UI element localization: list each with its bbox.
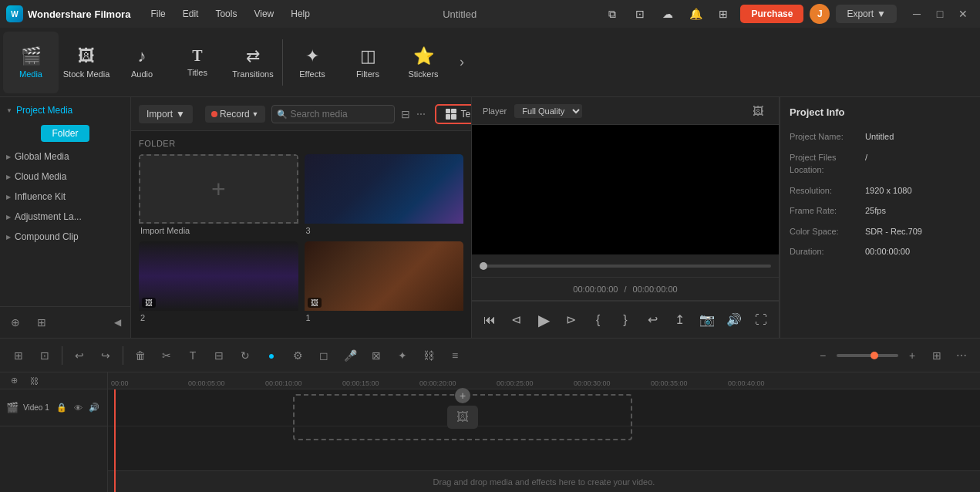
menu-edit[interactable]: Edit [175,5,207,22]
add-track-button[interactable]: ⊕ [6,373,22,389]
play-button[interactable]: ▶ [534,309,554,331]
timeline-detach-icon[interactable]: ⊠ [365,345,387,366]
timeline-undo-icon[interactable]: ↩ [69,345,90,366]
toolbar-filters[interactable]: ◫ Filters [340,32,396,93]
timeline-scissors-icon[interactable]: ✂ [156,345,177,366]
snapshot-icon[interactable]: 📷 [697,309,716,331]
search-input[interactable] [271,105,395,123]
media-item-2[interactable]: 🖼 2 [139,241,298,322]
toolbar-effects[interactable]: ✦ Effects [285,32,340,93]
sidebar-item-global-media[interactable]: ▶ Global Media [0,147,130,167]
timeline-track-area: + 🖼 Drag and drop media and effects here… [108,389,980,492]
menu-file[interactable]: File [143,5,173,22]
sidebar-item-project-media[interactable]: ▼ Project Media [0,100,130,120]
toolbar-transitions[interactable]: ⇄ Transitions [225,32,281,93]
track-audio-icon[interactable]: 🔊 [87,401,101,415]
media-item-1[interactable]: 3 [305,154,464,235]
media-item-3[interactable]: 🖼 1 [305,241,464,322]
timeline-mic-icon[interactable]: 🎤 [339,345,361,366]
quality-select[interactable]: Full Quality [514,104,582,118]
chevron-right-icon-2: ▶ [6,174,11,180]
timeline-subtitles-icon[interactable]: ≡ [444,345,466,366]
timeline-settings-icon[interactable]: ⚙ [287,345,308,366]
toolbar-audio[interactable]: ♪ Audio [114,32,170,93]
minimize-window-icon[interactable]: ⧉ [601,3,623,25]
user-avatar[interactable]: J [810,4,830,24]
media-item-import[interactable]: + Import Media [139,154,298,235]
timeline-magnet-icon[interactable]: ⊡ [34,345,56,366]
menu-help[interactable]: Help [283,5,318,22]
drop-text-bar: Drag and drop media and effects here to … [108,470,980,492]
timeline-link-icon[interactable]: ⛓ [418,345,439,366]
timeline-view-icon[interactable]: ⊞ [926,345,948,366]
drop-zone-media-icon: 🖼 [447,406,478,429]
folder-button[interactable]: Folder [41,125,89,142]
ruler-ticks: 00:00 00:00:05:00 00:00:10:00 00:00:15:0… [111,372,977,389]
sort-icon[interactable]: ⋯ [416,103,426,125]
chevron-down-icon: ▼ [6,107,12,114]
filter-icon[interactable]: ⊟ [401,103,410,125]
sidebar-item-influence-kit[interactable]: ▶ Influence Kit [0,187,130,207]
timeline-transform-icon[interactable]: ⊟ [208,345,230,366]
sidebar-grid-icon[interactable]: ⊞ [31,312,52,333]
link-track-icon[interactable]: ⛓ [26,373,42,389]
zoom-out-icon[interactable]: − [812,345,834,366]
minimize-button[interactable]: ─ [906,3,928,25]
step-back-icon[interactable]: ⊲ [507,309,526,331]
screenshot-icon[interactable]: 🖼 [748,101,768,121]
zoom-in-icon[interactable]: + [901,345,923,366]
pip-icon[interactable]: ⊡ [629,3,651,25]
zoom-slider[interactable] [837,354,898,357]
track-lock-icon[interactable]: 🔒 [55,401,69,415]
step-forward-icon[interactable]: ⊳ [561,309,581,331]
track-eye-icon[interactable]: 👁 [71,401,85,415]
audio-icon: ♪ [138,46,146,66]
import-label: Import [146,109,173,120]
volume-icon[interactable]: 🔊 [724,309,743,331]
purchase-button[interactable]: Purchase [740,5,803,23]
menu-tools[interactable]: Tools [207,5,244,22]
toolbar-media[interactable]: 🎬 Media [3,32,59,93]
toolbar-titles[interactable]: T Titles [170,32,225,93]
left-sidebar: ▼ Project Media Folder ▶ Global Media ▶ … [0,97,131,338]
sidebar-item-compound-clip[interactable]: ▶ Compound Clip [0,227,130,247]
preview-seekbar[interactable] [480,265,771,268]
timeline-layout-icon[interactable]: ⊞ [8,345,29,366]
timeline-redo-icon[interactable]: ↪ [95,345,116,366]
video1-lane[interactable]: + 🖼 [108,389,980,426]
sidebar-add-icon[interactable]: ⊕ [5,312,26,333]
notification-icon[interactable]: 🔔 [685,3,706,25]
export-button[interactable]: Export ▼ [836,5,897,23]
timeline-dots-icon[interactable]: ⋯ [951,345,972,366]
timeline-rotate-icon[interactable]: ↻ [234,345,256,366]
titles-icon: T [192,47,202,65]
timeline-ai-icon[interactable]: ✦ [392,345,413,366]
sidebar-item-adjustment-la[interactable]: ▶ Adjustment La... [0,207,130,227]
menu-view[interactable]: View [246,5,281,22]
mark-out-icon[interactable]: } [615,309,635,331]
share-icon[interactable]: ⊞ [712,3,734,25]
sidebar-collapse-button[interactable]: ◀ [109,314,126,331]
return-icon[interactable]: ↩ [643,309,662,331]
fullscreen-icon[interactable]: ⛶ [752,309,771,331]
import-button[interactable]: Import ▼ [139,105,193,123]
menu-bar: File Edit Tools View Help [143,5,318,22]
timeline-delete-icon[interactable]: 🗑 [130,345,151,366]
close-button[interactable]: ✕ [952,3,974,25]
skip-start-icon[interactable]: ⏮ [480,309,499,331]
media-content: FOLDER + Import Media 3 [131,131,471,338]
toolbar-stickers[interactable]: ⭐ Stickers [396,32,451,93]
timeline-mask-icon[interactable]: ◻ [313,345,335,366]
extract-icon[interactable]: ↥ [670,309,689,331]
mark-in-icon[interactable]: { [588,309,608,331]
toolbar-separator [282,39,283,86]
timeline-color-icon[interactable]: ● [261,345,282,366]
cloud-icon[interactable]: ☁ [657,3,679,25]
record-dropdown-icon: ▼ [252,110,259,118]
record-button[interactable]: Record ▼ [205,106,265,123]
timeline-text-icon[interactable]: T [182,345,204,366]
toolbar-stock-media[interactable]: 🖼 Stock Media [59,32,114,93]
sidebar-item-cloud-media[interactable]: ▶ Cloud Media [0,167,130,187]
toolbar-more-button[interactable]: › [451,32,473,93]
maximize-button[interactable]: □ [929,3,951,25]
